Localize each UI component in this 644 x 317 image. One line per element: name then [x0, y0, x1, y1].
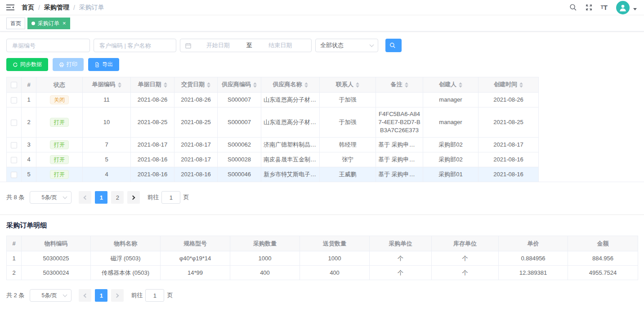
- header-order-date[interactable]: 单据日期: [131, 77, 174, 93]
- detail-row[interactable]: 1 50300025 磁浮 (0503) φ40*φ19*14 1000 100…: [7, 251, 638, 266]
- detail-row[interactable]: 2 50300024 传感器本体 (0503) 14*99 400 400 个 …: [7, 266, 638, 280]
- cell-purchase-qty: 1000: [230, 251, 300, 266]
- header-contact[interactable]: 联系人: [320, 77, 376, 93]
- print-button: 打印: [53, 58, 84, 71]
- date-range-picker[interactable]: 开始日期 至 结束日期: [180, 39, 312, 52]
- header-supplier-code[interactable]: 供应商编码: [218, 77, 261, 93]
- cell-remark: [376, 93, 423, 107]
- cell-delivery-qty: 1000: [300, 251, 370, 266]
- order-row[interactable]: 4 打开 5 2021-08-16 2021-08-17 S000028 南皮县…: [7, 152, 539, 167]
- cell-index: 2: [22, 107, 36, 138]
- cell-delivery-date: 2021-08-17: [174, 138, 218, 152]
- export-button[interactable]: 导出: [88, 58, 119, 71]
- cell-creator: 采购部02: [423, 138, 479, 152]
- cell-supplier-name: 山东道恩高分子材料...: [261, 93, 320, 107]
- cell-contact: 王威鹏: [320, 167, 376, 182]
- sort-icon[interactable]: [356, 80, 359, 89]
- header-index: #: [22, 77, 36, 93]
- cell-order-date: 2021-08-16: [131, 152, 174, 167]
- cell-purchase-qty: 400: [230, 266, 300, 280]
- cell-spec: 14*99: [161, 266, 230, 280]
- end-date-placeholder[interactable]: 结束日期: [254, 41, 307, 49]
- sort-icon[interactable]: [459, 80, 462, 89]
- tab-close-icon[interactable]: ×: [63, 20, 66, 26]
- cell-material-name: 磁浮 (0503): [91, 251, 161, 266]
- order-row[interactable]: 1 关闭 11 2021-08-26 2021-08-26 S000007 山东…: [7, 93, 539, 107]
- cell-order-date: 2021-08-25: [131, 107, 174, 138]
- row-checkbox[interactable]: [11, 157, 17, 163]
- row-checkbox[interactable]: [11, 172, 17, 178]
- next-page-button[interactable]: [127, 191, 140, 204]
- page-button-2[interactable]: 2: [111, 191, 124, 204]
- header-supplier-name[interactable]: 供应商名称: [261, 77, 320, 93]
- page-button-1[interactable]: 1: [95, 191, 107, 204]
- header-spec: 规格型号: [161, 236, 230, 251]
- breadcrumb: 首页 / 采购管理 / 采购订单: [22, 4, 104, 12]
- prev-page-button[interactable]: [79, 191, 91, 204]
- select-all-checkbox[interactable]: [11, 82, 17, 88]
- prev-page-button: [79, 289, 91, 302]
- sort-icon[interactable]: [253, 80, 257, 89]
- page-size-select[interactable]: 5条/页: [30, 191, 72, 204]
- sort-icon[interactable]: [405, 80, 408, 89]
- search-icon[interactable]: [565, 4, 581, 11]
- sync-data-button[interactable]: 同步数据: [6, 58, 48, 71]
- sort-icon[interactable]: [519, 80, 523, 89]
- header-creator[interactable]: 创建人: [423, 77, 479, 93]
- breadcrumb-separator: /: [38, 4, 40, 11]
- page-unit-label: 页: [183, 193, 189, 201]
- goto-page-input[interactable]: [145, 289, 164, 302]
- avatar[interactable]: [616, 1, 630, 14]
- cell-supplier-name: 济南广德塑料制品有...: [261, 138, 320, 152]
- calendar-icon: [185, 42, 192, 49]
- cell-remark: 基于 采购申请 7.: [376, 138, 423, 152]
- status-select-value: 全部状态: [320, 41, 370, 49]
- goto-label: 前往: [147, 193, 159, 201]
- breadcrumb-purchase-management[interactable]: 采购管理: [44, 4, 69, 12]
- search-button[interactable]: [385, 39, 402, 52]
- cell-contact: 于加强: [320, 93, 376, 107]
- cell-index: 3: [22, 138, 36, 152]
- header-created-time[interactable]: 创建时间: [479, 77, 539, 93]
- tab-label: 采购订单: [38, 18, 59, 29]
- sort-icon[interactable]: [118, 80, 121, 89]
- tab-purchase-order[interactable]: 采购订单 ×: [27, 18, 70, 29]
- cell-created-time: 2021-08-26: [479, 93, 539, 107]
- order-no-input[interactable]: [6, 39, 90, 52]
- fullscreen-icon[interactable]: [581, 4, 597, 11]
- orders-header-row: # 状态 单据编码 单据日期 交货日期 供应商编码 供应商名称 联系人 备注 创…: [7, 77, 539, 93]
- sort-icon[interactable]: [164, 80, 167, 89]
- order-row[interactable]: 2 打开 10 2021-08-25 2021-08-25 S000007 山东…: [7, 107, 539, 138]
- header-remark[interactable]: 备注: [376, 77, 423, 93]
- font-size-icon[interactable]: TT: [597, 4, 612, 11]
- cell-order-date: 2021-08-16: [131, 167, 174, 182]
- cell-supplier-code: S000028: [218, 152, 261, 167]
- total-count: 共 2 条: [6, 291, 24, 299]
- start-date-placeholder[interactable]: 开始日期: [192, 41, 245, 49]
- goto-page-input[interactable]: [161, 191, 180, 204]
- cell-contact: 张宁: [320, 152, 376, 167]
- customer-input[interactable]: [94, 39, 176, 52]
- page-size-value: 5条/页: [35, 194, 63, 201]
- order-row[interactable]: 3 打开 7 2021-08-17 2021-08-17 S000062 济南广…: [7, 138, 539, 152]
- sort-icon[interactable]: [304, 80, 308, 89]
- sort-icon[interactable]: [207, 80, 210, 89]
- row-checkbox[interactable]: [11, 142, 17, 148]
- row-checkbox[interactable]: [11, 120, 17, 126]
- status-badge: 打开: [50, 118, 69, 127]
- avatar-caret-icon[interactable]: [633, 8, 637, 10]
- breadcrumb-home[interactable]: 首页: [22, 4, 34, 12]
- cell-order-code: 5: [83, 152, 131, 167]
- status-select[interactable]: 全部状态: [315, 39, 378, 52]
- page-size-select[interactable]: 5条/页: [30, 289, 72, 302]
- search-icon: [389, 42, 396, 49]
- orders-table: # 状态 单据编码 单据日期 交货日期 供应商编码 供应商名称 联系人 备注 创…: [6, 77, 539, 182]
- order-row-selected[interactable]: 5 打开 4 2021-08-16 2021-08-16 S000046 新乡市…: [7, 167, 539, 182]
- row-checkbox[interactable]: [11, 97, 17, 103]
- page-button-1[interactable]: 1: [95, 289, 107, 302]
- hamburger-icon[interactable]: [5, 4, 19, 11]
- header-select-all[interactable]: [7, 77, 22, 93]
- header-delivery-date[interactable]: 交货日期: [174, 77, 218, 93]
- header-order-code[interactable]: 单据编码: [83, 77, 131, 93]
- tab-home[interactable]: 首页: [6, 18, 25, 29]
